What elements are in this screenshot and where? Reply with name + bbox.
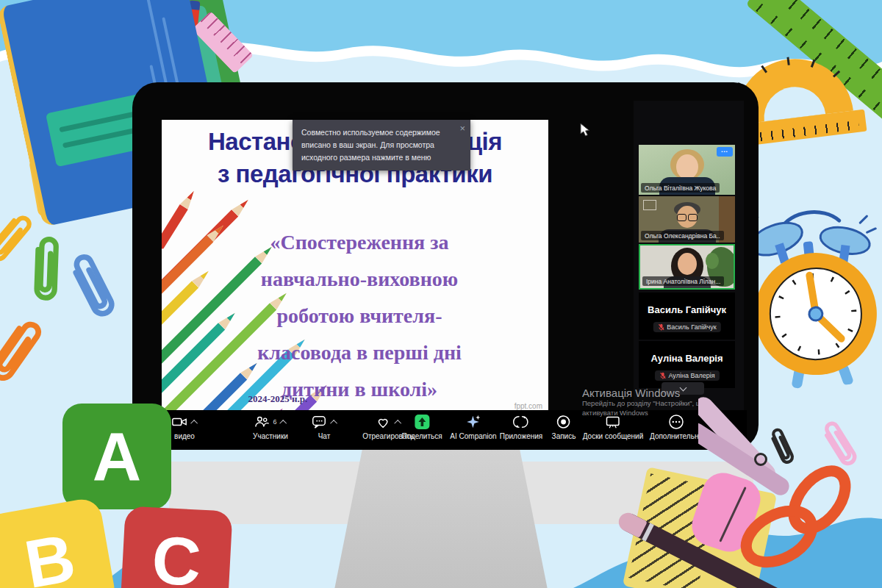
chevron-up-icon[interactable] <box>330 419 337 426</box>
monitor-stand <box>334 450 548 588</box>
apps-icon <box>513 415 529 429</box>
muted-mic-icon <box>659 372 666 379</box>
video-camera-icon <box>171 415 187 429</box>
letter-block-a: A <box>62 404 171 509</box>
toolbar-chat[interactable]: Чат <box>311 413 337 440</box>
share-notification-tooltip: Совместно используемое содержимое вписан… <box>293 120 470 171</box>
participants-icon <box>254 415 270 429</box>
mouse-cursor <box>579 123 590 137</box>
glasses <box>677 214 698 221</box>
participant-name: Ірина Анатоліївна Лілан... <box>642 276 724 286</box>
toolbar-record[interactable]: Запись <box>552 413 576 440</box>
chat-icon <box>311 415 327 429</box>
participant-tile[interactable]: ••• Ольга Віталіївна Жукова <box>639 145 735 195</box>
participant-name: Ольга Олександрівна Ба.. <box>641 231 724 240</box>
chevron-up-icon[interactable] <box>394 419 401 426</box>
muted-mic-icon <box>657 323 664 331</box>
toolbar-more[interactable]: Дополнительно <box>650 413 703 440</box>
whiteboard-icon <box>605 415 621 429</box>
record-icon <box>556 415 571 429</box>
participants-count: 6 <box>273 418 276 426</box>
page: Настановча конференція з педагогічної пр… <box>0 0 882 588</box>
participant-tile[interactable]: Ольга Олександрівна Ба.. <box>639 196 735 243</box>
close-icon[interactable]: × <box>459 123 465 133</box>
more-ellipsis-icon <box>668 414 684 430</box>
letter-block-b: B <box>0 496 118 588</box>
slide-year: 2024-2025 н.р. <box>162 393 394 405</box>
meeting-toolbar: видео 6 Участники Чат <box>149 410 747 448</box>
participant-name: Ольга Віталіївна Жукова <box>641 183 720 193</box>
tile-more-button[interactable]: ••• <box>717 147 733 157</box>
chevron-down-icon <box>679 384 686 391</box>
chevron-up-icon[interactable] <box>280 419 287 426</box>
toolbar-video[interactable]: видео <box>171 413 198 440</box>
participant-display-name: Ауліна Валерія <box>639 353 735 364</box>
scissors-decoration <box>698 371 882 588</box>
toolbar-ai-companion[interactable]: AI Companion <box>450 413 496 440</box>
heart-icon <box>375 415 391 429</box>
participant-tile-active-speaker[interactable]: Ірина Анатоліївна Лілан... <box>639 244 735 290</box>
slide-quote: «Спостереження за навчально-виховною роб… <box>162 224 548 408</box>
chevron-up-icon[interactable] <box>190 419 198 426</box>
toolbar-apps[interactable]: Приложения <box>500 413 543 440</box>
picture-frame <box>643 200 656 210</box>
slide-credit: fppt.com <box>514 402 542 410</box>
monitor: Настановча конференція з педагогічної пр… <box>132 82 759 450</box>
participant-display-name: Василь Гапійчук <box>639 304 735 315</box>
share-screen-icon <box>414 414 430 430</box>
letter-block-c: C <box>120 506 232 588</box>
toolbar-participants[interactable]: 6 Участники <box>253 413 288 440</box>
participant-name-pill: Василь Гапійчук <box>653 322 720 332</box>
toolbar-whiteboards[interactable]: Доски сообщений <box>583 413 644 440</box>
ai-sparkle-icon <box>465 414 481 430</box>
participant-tile[interactable]: Василь Гапійчук Василь Гапійчук <box>639 293 735 340</box>
toolbar-share[interactable]: Поделиться <box>401 413 442 440</box>
